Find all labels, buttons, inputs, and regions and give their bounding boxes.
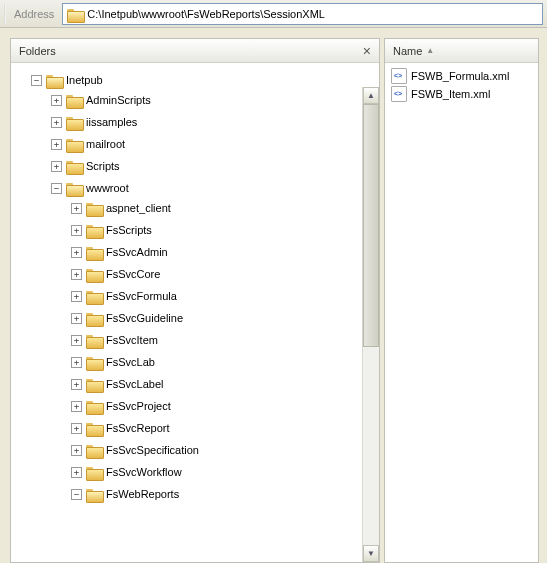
tree-node[interactable]: +AdminScripts — [51, 91, 379, 109]
file-name: FSWB_Formula.xml — [411, 70, 509, 82]
tree-node-label: FsSvcLab — [106, 356, 155, 368]
folder-icon — [86, 443, 102, 457]
tree-node-label: FsSvcProject — [106, 400, 171, 412]
tree-node-label: FsSvcSpecification — [106, 444, 199, 456]
folder-icon — [46, 73, 62, 87]
tree-node[interactable]: +FsSvcProject — [71, 397, 379, 415]
expand-icon[interactable]: + — [71, 423, 82, 434]
expand-icon[interactable]: + — [71, 269, 82, 280]
expand-icon[interactable]: + — [71, 225, 82, 236]
address-label: Address — [12, 8, 56, 20]
tree-node[interactable]: +iissamples — [51, 113, 379, 131]
folder-icon — [66, 159, 82, 173]
folders-header: Folders × — [11, 39, 379, 63]
address-path: C:\Inetpub\wwwroot\FsWebReports\SessionX… — [87, 8, 325, 20]
xml-file-icon — [391, 68, 407, 84]
scroll-down-button[interactable]: ▼ — [363, 545, 379, 562]
scroll-track[interactable] — [363, 104, 379, 545]
tree-node-label: mailroot — [86, 138, 125, 150]
tree-node[interactable]: +FsSvcFormula — [71, 287, 379, 305]
tree-node-label: FsSvcGuideline — [106, 312, 183, 324]
folders-title: Folders — [19, 45, 56, 57]
folder-icon — [66, 181, 82, 195]
tree-node-label: FsSvcWorkflow — [106, 466, 182, 478]
name-column-header[interactable]: Name ▲ — [393, 45, 434, 57]
tree-node-label: AdminScripts — [86, 94, 151, 106]
scroll-up-button[interactable]: ▲ — [363, 87, 379, 104]
tree-node[interactable]: +FsSvcReport — [71, 419, 379, 437]
expand-icon[interactable]: + — [71, 291, 82, 302]
tree-node[interactable]: −wwwroot — [51, 179, 379, 197]
files-header: Name ▲ — [385, 39, 538, 63]
tree-node[interactable]: +Scripts — [51, 157, 379, 175]
folder-icon — [86, 333, 102, 347]
tree-node[interactable]: +FsSvcSpecification — [71, 441, 379, 459]
folder-icon — [86, 487, 102, 501]
column-label: Name — [393, 45, 422, 57]
tree-node-label: FsScripts — [106, 224, 152, 236]
folder-icon — [86, 311, 102, 325]
file-name: FSWB_Item.xml — [411, 88, 490, 100]
tree-node-label: aspnet_client — [106, 202, 171, 214]
folder-icon — [86, 399, 102, 413]
tree-node-label: FsSvcReport — [106, 422, 170, 434]
tree-node[interactable]: +FsSvcItem — [71, 331, 379, 349]
address-input[interactable]: C:\Inetpub\wwwroot\FsWebReports\SessionX… — [62, 3, 543, 25]
tree-node-label: FsSvcAdmin — [106, 246, 168, 258]
collapse-icon[interactable]: − — [51, 183, 62, 194]
folder-icon — [86, 223, 102, 237]
tree-node[interactable]: +FsSvcWorkflow — [71, 463, 379, 481]
tree-node-label: FsSvcCore — [106, 268, 160, 280]
folder-icon — [86, 245, 102, 259]
file-item[interactable]: FSWB_Formula.xml — [387, 67, 536, 85]
tree-node[interactable]: −Inetpub — [31, 71, 379, 89]
expand-icon[interactable]: + — [71, 203, 82, 214]
folder-tree[interactable]: −Inetpub+AdminScripts+iissamples+mailroo… — [11, 63, 379, 562]
expand-icon[interactable]: + — [51, 139, 62, 150]
folder-icon — [86, 267, 102, 281]
expand-icon[interactable]: + — [71, 357, 82, 368]
folder-icon — [86, 377, 102, 391]
expand-icon[interactable]: + — [71, 445, 82, 456]
tree-node-label: Scripts — [86, 160, 120, 172]
xml-file-icon — [391, 86, 407, 102]
expand-icon[interactable]: + — [71, 379, 82, 390]
file-item[interactable]: FSWB_Item.xml — [387, 85, 536, 103]
tree-node[interactable]: +mailroot — [51, 135, 379, 153]
expand-icon[interactable]: + — [71, 335, 82, 346]
expand-icon[interactable]: + — [51, 117, 62, 128]
expand-icon[interactable]: + — [71, 247, 82, 258]
toolbar-separator — [4, 4, 6, 24]
tree-node[interactable]: −FsWebReports — [71, 485, 379, 503]
tree-node[interactable]: +FsSvcLabel — [71, 375, 379, 393]
expand-icon[interactable]: + — [51, 95, 62, 106]
scroll-thumb[interactable] — [363, 104, 379, 347]
tree-node[interactable]: +FsSvcAdmin — [71, 243, 379, 261]
tree-node-label: iissamples — [86, 116, 137, 128]
expand-icon[interactable]: + — [51, 161, 62, 172]
main-panes: Folders × −Inetpub+AdminScripts+iissampl… — [0, 28, 547, 563]
folder-icon — [66, 115, 82, 129]
close-icon[interactable]: × — [363, 43, 371, 59]
tree-node[interactable]: +FsSvcCore — [71, 265, 379, 283]
expand-icon[interactable]: + — [71, 313, 82, 324]
folder-icon — [67, 7, 83, 21]
folder-icon — [86, 421, 102, 435]
expand-icon[interactable]: + — [71, 401, 82, 412]
tree-node[interactable]: +FsSvcGuideline — [71, 309, 379, 327]
folder-icon — [66, 137, 82, 151]
folders-pane: Folders × −Inetpub+AdminScripts+iissampl… — [10, 38, 380, 563]
tree-node-label: FsSvcLabel — [106, 378, 163, 390]
tree-node-label: FsSvcItem — [106, 334, 158, 346]
tree-node-label: FsSvcFormula — [106, 290, 177, 302]
expand-icon[interactable]: + — [71, 467, 82, 478]
tree-scrollbar[interactable]: ▲ ▼ — [362, 87, 379, 562]
tree-node[interactable]: +FsScripts — [71, 221, 379, 239]
collapse-icon[interactable]: − — [31, 75, 42, 86]
files-pane: Name ▲ FSWB_Formula.xmlFSWB_Item.xml — [384, 38, 539, 563]
collapse-icon[interactable]: − — [71, 489, 82, 500]
tree-node[interactable]: +aspnet_client — [71, 199, 379, 217]
file-list: FSWB_Formula.xmlFSWB_Item.xml — [385, 63, 538, 562]
folder-icon — [86, 289, 102, 303]
tree-node[interactable]: +FsSvcLab — [71, 353, 379, 371]
